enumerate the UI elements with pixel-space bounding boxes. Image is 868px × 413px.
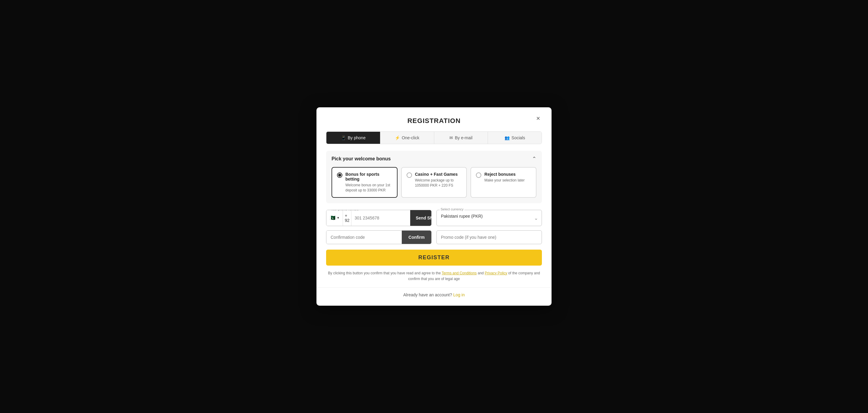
phone-prefix: + 92 xyxy=(343,210,352,226)
phone-icon: 📱 xyxy=(341,135,346,140)
terms-link[interactable]: Terms and Conditions xyxy=(442,271,477,275)
phone-input[interactable] xyxy=(351,210,410,226)
bonus-casino-content: Casino + Fast Games Welcome package up t… xyxy=(415,172,462,188)
tab-by-phone[interactable]: 📱 By phone xyxy=(327,132,380,144)
radio-reject xyxy=(476,172,481,178)
currency-select[interactable]: Pakistani rupee (PKR)US Dollar (USD)Euro… xyxy=(437,210,541,222)
bonus-section: Pick your welcome bonus ⌃ Bonus for spor… xyxy=(326,151,542,203)
bonus-sports-title: Bonus for sports betting xyxy=(345,172,392,181)
confirm-promo-row: Confirm xyxy=(326,230,542,244)
bonus-header: Pick your welcome bonus ⌃ xyxy=(332,155,536,162)
privacy-link[interactable]: Privacy Policy xyxy=(485,271,507,275)
login-link[interactable]: Log in xyxy=(453,292,465,297)
phone-group: Your phone number 🇵🇰 ▼ + 92 Send SMS xyxy=(326,210,432,226)
phone-label: Your phone number xyxy=(330,210,360,211)
bonus-reject-content: Reject bonuses Make your selection later xyxy=(484,172,524,183)
divider xyxy=(316,287,552,288)
radio-sports xyxy=(337,172,342,178)
registration-modal: REGISTRATION × 📱 By phone ⚡ One-click ✉ … xyxy=(316,107,552,306)
bonus-reject-desc: Make your selection later xyxy=(484,178,524,183)
registration-tabs: 📱 By phone ⚡ One-click ✉ By e-mail 👥 Soc… xyxy=(326,131,542,144)
chevron-up-icon[interactable]: ⌃ xyxy=(532,155,536,162)
bonus-sports-desc: Welcome bonus on your 1st deposit up to … xyxy=(345,183,392,193)
promo-input[interactable] xyxy=(436,230,542,244)
chevron-down-icon: ▼ xyxy=(337,216,340,219)
bonus-card-reject[interactable]: Reject bonuses Make your selection later xyxy=(470,167,536,198)
modal-title: REGISTRATION xyxy=(407,117,461,125)
bonus-casino-desc: Welcome package up to 1050000 PKR + 220 … xyxy=(415,178,462,188)
register-button[interactable]: REGISTER xyxy=(326,249,542,266)
currency-group: Select currency Pakistani rupee (PKR)US … xyxy=(436,210,542,226)
already-account-text: Already have an account? Log in xyxy=(326,292,542,297)
confirmation-group: Confirm xyxy=(326,230,432,244)
bonus-reject-title: Reject bonuses xyxy=(484,172,524,177)
terms-text: By clicking this button you confirm that… xyxy=(326,270,542,282)
bonus-card-sports[interactable]: Bonus for sports betting Welcome bonus o… xyxy=(332,167,398,198)
bonus-title: Pick your welcome bonus xyxy=(332,156,391,161)
confirm-button[interactable]: Confirm xyxy=(402,231,431,244)
send-sms-button[interactable]: Send SMS xyxy=(410,210,432,226)
tab-socials[interactable]: 👥 Socials xyxy=(488,132,541,144)
radio-inner-sports xyxy=(338,174,341,177)
radio-casino xyxy=(407,172,412,178)
flag-dropdown[interactable]: 🇵🇰 ▼ xyxy=(327,210,343,226)
tab-one-click[interactable]: ⚡ One-click xyxy=(380,132,434,144)
bonus-casino-title: Casino + Fast Games xyxy=(415,172,462,177)
email-icon: ✉ xyxy=(450,135,453,140)
bonus-card-casino[interactable]: Casino + Fast Games Welcome package up t… xyxy=(401,167,467,198)
close-button[interactable]: × xyxy=(534,115,542,122)
currency-label: Select currency xyxy=(440,207,464,211)
phone-currency-row: Your phone number 🇵🇰 ▼ + 92 Send SMS Sel… xyxy=(326,210,542,226)
tab-by-email[interactable]: ✉ By e-mail xyxy=(434,132,488,144)
bonus-cards: Bonus for sports betting Welcome bonus o… xyxy=(332,167,536,198)
confirmation-input[interactable] xyxy=(327,231,402,244)
socials-icon: 👥 xyxy=(504,135,510,140)
lightning-icon: ⚡ xyxy=(395,135,400,140)
modal-header: REGISTRATION × xyxy=(326,117,542,125)
flag-icon: 🇵🇰 xyxy=(330,215,336,221)
bonus-sports-content: Bonus for sports betting Welcome bonus o… xyxy=(345,172,392,193)
